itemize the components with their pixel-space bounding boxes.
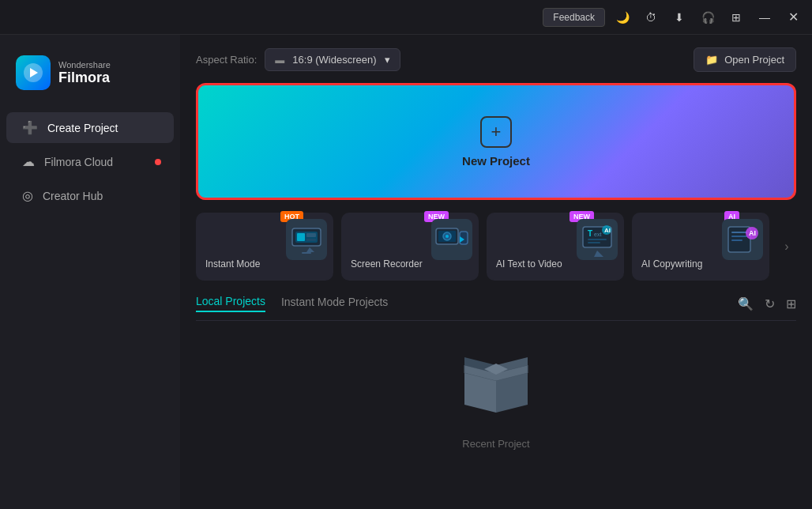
new-project-plus-icon: + — [480, 116, 512, 148]
timer-icon[interactable]: ⏱ — [640, 6, 662, 28]
aspect-ratio-selector[interactable]: ▬ 16:9 (Widescreen) ▾ — [265, 48, 400, 71]
titlebar: Feedback 🌙 ⏱ ⬇ 🎧 ⊞ — ✕ — [0, 0, 812, 35]
ai-copywriting-icon: AI — [722, 219, 763, 260]
sidebar-item-label: Filmora Cloud — [44, 156, 113, 168]
app-logo: Wondershare Filmora — [0, 47, 180, 109]
folder-icon: 📁 — [705, 54, 718, 66]
aspect-ratio-label: Aspect Ratio: — [196, 54, 257, 66]
screen-recorder-icon — [431, 219, 472, 260]
screen-recorder-label: Screen Recorder — [351, 258, 469, 270]
ai-text-to-video-icon: T ext AI — [577, 219, 618, 260]
headset-icon[interactable]: 🎧 — [697, 6, 719, 28]
logo-brand: Wondershare — [58, 60, 111, 70]
sidebar-item-create-project[interactable]: ➕ Create Project — [6, 112, 174, 143]
notification-dot — [155, 159, 161, 165]
main-content: Aspect Ratio: ▬ 16:9 (Widescreen) ▾ 📁 Op… — [180, 35, 812, 509]
open-project-button[interactable]: 📁 Open Project — [694, 47, 796, 72]
feature-card-instant-mode[interactable]: HOT Instant Mode — [196, 213, 333, 281]
refresh-icon[interactable]: ↻ — [765, 296, 775, 311]
recent-project-label: Recent Project — [462, 438, 529, 450]
close-button[interactable]: ✕ — [782, 6, 804, 28]
ai-copywriting-label: AI Copywriting — [641, 258, 760, 270]
sidebar-item-filmora-cloud[interactable]: ☁ Filmora Cloud — [6, 146, 174, 177]
svg-text:AI: AI — [604, 227, 611, 234]
svg-point-13 — [445, 235, 449, 238]
instant-mode-icon — [286, 219, 327, 260]
svg-rect-6 — [306, 239, 316, 241]
sidebar-item-label: Create Project — [47, 122, 118, 134]
logo-text: Wondershare Filmora — [58, 60, 111, 86]
empty-box-icon — [457, 357, 536, 428]
grid-icon[interactable]: ⊞ — [725, 6, 747, 28]
feature-card-ai-text-to-video[interactable]: NEW T ext AI AI Text to Video — [487, 213, 624, 281]
theme-toggle-icon[interactable]: 🌙 — [611, 6, 633, 28]
feature-card-ai-copywriting[interactable]: AI AI AI Copywriting — [632, 213, 769, 281]
projects-section: Local Projects Instant Mode Projects 🔍 ↻… — [196, 295, 796, 450]
svg-text:T: T — [588, 229, 592, 238]
scroll-right-arrow[interactable]: › — [777, 213, 796, 281]
svg-rect-8 — [302, 252, 311, 254]
logo-product: Filmora — [58, 70, 111, 86]
top-bar: Aspect Ratio: ▬ 16:9 (Widescreen) ▾ 📁 Op… — [196, 47, 796, 72]
svg-rect-29 — [731, 239, 742, 241]
filmora-cloud-icon: ☁ — [22, 154, 35, 169]
tabs-actions: 🔍 ↻ ⊞ — [738, 296, 796, 311]
create-project-icon: ➕ — [22, 120, 38, 135]
svg-rect-21 — [588, 242, 600, 243]
aspect-ratio-value: 16:9 (Widescreen) — [292, 54, 376, 66]
svg-rect-5 — [306, 233, 316, 237]
search-icon[interactable]: 🔍 — [738, 296, 754, 311]
instant-mode-label: Instant Mode — [205, 258, 324, 270]
aspect-ratio-chevron: ▾ — [385, 54, 390, 66]
sidebar-item-label: Creator Hub — [43, 190, 103, 202]
feature-cards-row: HOT Instant Mode NEW — [196, 213, 796, 281]
svg-rect-27 — [731, 232, 747, 233]
feedback-button[interactable]: Feedback — [543, 8, 605, 27]
svg-rect-4 — [297, 233, 305, 241]
creator-hub-icon: ◎ — [22, 188, 33, 203]
tab-instant-mode-projects[interactable]: Instant Mode Projects — [281, 296, 388, 311]
tab-local-projects[interactable]: Local Projects — [196, 295, 265, 312]
ai-text-to-video-label: AI Text to Video — [496, 258, 615, 270]
open-project-label: Open Project — [724, 54, 784, 66]
svg-text:ext: ext — [594, 232, 601, 237]
new-project-card[interactable]: + New Project — [196, 83, 796, 200]
new-project-label: New Project — [462, 154, 530, 168]
sidebar-item-creator-hub[interactable]: ◎ Creator Hub — [6, 180, 174, 211]
logo-icon — [16, 55, 51, 90]
minimize-button[interactable]: — — [754, 6, 776, 28]
svg-text:AI: AI — [749, 229, 756, 237]
app-layout: Wondershare Filmora ➕ Create Project ☁ F… — [0, 35, 812, 509]
empty-state: Recent Project — [196, 334, 796, 450]
grid-view-icon[interactable]: ⊞ — [786, 296, 796, 311]
sidebar: Wondershare Filmora ➕ Create Project ☁ F… — [0, 35, 180, 509]
svg-rect-20 — [588, 239, 607, 240]
download-icon[interactable]: ⬇ — [668, 6, 690, 28]
svg-rect-28 — [731, 236, 747, 237]
projects-tabs: Local Projects Instant Mode Projects 🔍 ↻… — [196, 295, 796, 321]
feature-card-screen-recorder[interactable]: NEW Screen Recorder — [341, 213, 479, 281]
